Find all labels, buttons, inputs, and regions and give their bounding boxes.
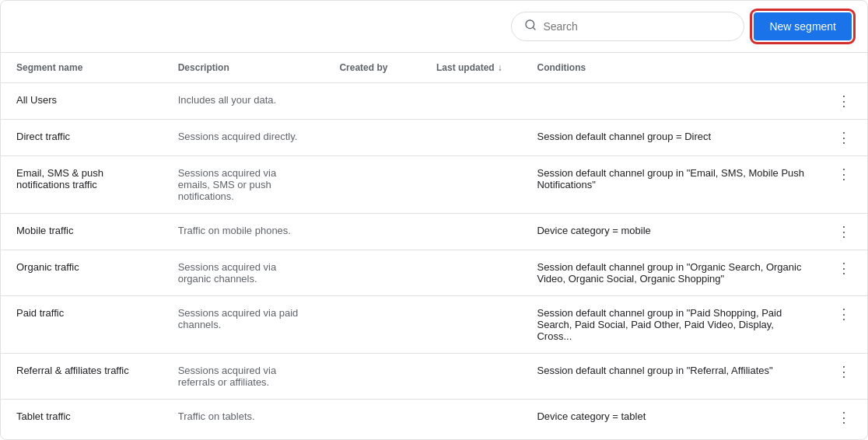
cell-last-updated bbox=[421, 296, 521, 354]
col-header-last-updated[interactable]: Last updated ↓ bbox=[421, 53, 521, 83]
search-box[interactable] bbox=[511, 12, 744, 41]
table-row: Paid traffic Sessions acquired via paid … bbox=[1, 296, 867, 354]
segments-table: Segment name Description Created by Last… bbox=[1, 53, 867, 435]
cell-conditions: Session default channel group in "Email,… bbox=[521, 156, 820, 214]
cell-segment-name: Direct traffic bbox=[1, 120, 163, 156]
cell-last-updated bbox=[421, 83, 521, 120]
table-row: Referral & affiliates traffic Sessions a… bbox=[1, 354, 867, 400]
cell-actions: ⋮ bbox=[821, 156, 867, 214]
cell-conditions: Session default channel group = Direct bbox=[521, 120, 820, 156]
cell-created-by bbox=[324, 83, 421, 120]
col-header-conditions: Conditions bbox=[521, 53, 820, 83]
cell-created-by bbox=[324, 296, 421, 354]
cell-description: Includes all your data. bbox=[163, 83, 324, 120]
table-body: All Users Includes all your data. ⋮ Dire… bbox=[1, 83, 867, 436]
segments-page: New segment Segment name Description Cre… bbox=[0, 0, 868, 440]
table-header: Segment name Description Created by Last… bbox=[1, 53, 867, 83]
table-row: Direct traffic Sessions acquired directl… bbox=[1, 120, 867, 156]
cell-last-updated bbox=[421, 120, 521, 156]
cell-segment-name: Email, SMS & push notifications traffic bbox=[1, 156, 163, 214]
more-options-icon[interactable]: ⋮ bbox=[837, 130, 851, 145]
new-segment-button[interactable]: New segment bbox=[754, 12, 852, 40]
last-updated-label: Last updated bbox=[436, 62, 495, 73]
cell-actions: ⋮ bbox=[821, 250, 867, 296]
cell-segment-name: All Users bbox=[1, 83, 163, 120]
cell-actions: ⋮ bbox=[821, 354, 867, 400]
cell-last-updated bbox=[421, 250, 521, 296]
cell-created-by bbox=[324, 120, 421, 156]
cell-conditions: Session default channel group in "Organi… bbox=[521, 250, 820, 296]
cell-actions: ⋮ bbox=[821, 296, 867, 354]
cell-conditions: Session default channel group in "Paid S… bbox=[521, 296, 820, 354]
cell-description: Traffic on tablets. bbox=[163, 400, 324, 436]
col-header-segment-name: Segment name bbox=[1, 53, 163, 83]
cell-segment-name: Mobile traffic bbox=[1, 214, 163, 250]
cell-last-updated bbox=[421, 214, 521, 250]
toolbar: New segment bbox=[1, 1, 867, 53]
cell-segment-name: Paid traffic bbox=[1, 296, 163, 354]
cell-description: Sessions acquired via organic channels. bbox=[163, 250, 324, 296]
cell-conditions: Device category = tablet bbox=[521, 400, 820, 436]
cell-created-by bbox=[324, 156, 421, 214]
more-options-icon[interactable]: ⋮ bbox=[837, 224, 851, 239]
cell-actions: ⋮ bbox=[821, 214, 867, 250]
cell-last-updated bbox=[421, 156, 521, 214]
cell-description: Sessions acquired via emails, SMS or pus… bbox=[163, 156, 324, 214]
cell-description: Traffic on mobile phones. bbox=[163, 214, 324, 250]
more-options-icon[interactable]: ⋮ bbox=[837, 260, 851, 276]
cell-actions: ⋮ bbox=[821, 400, 867, 436]
search-input[interactable] bbox=[543, 20, 731, 33]
cell-conditions bbox=[521, 83, 820, 120]
table-row: Email, SMS & push notifications traffic … bbox=[1, 156, 867, 214]
cell-actions: ⋮ bbox=[821, 120, 867, 156]
table-row: All Users Includes all your data. ⋮ bbox=[1, 83, 867, 120]
cell-segment-name: Organic traffic bbox=[1, 250, 163, 296]
cell-created-by bbox=[324, 354, 421, 400]
more-options-icon[interactable]: ⋮ bbox=[837, 306, 851, 322]
cell-created-by bbox=[324, 214, 421, 250]
cell-description: Sessions acquired directly. bbox=[163, 120, 324, 156]
more-options-icon[interactable]: ⋮ bbox=[837, 166, 851, 182]
cell-segment-name: Tablet traffic bbox=[1, 400, 163, 436]
cell-last-updated bbox=[421, 354, 521, 400]
more-options-icon[interactable]: ⋮ bbox=[837, 93, 851, 109]
table-row: Mobile traffic Traffic on mobile phones.… bbox=[1, 214, 867, 250]
cell-conditions: Session default channel group in "Referr… bbox=[521, 354, 820, 400]
col-header-created-by: Created by bbox=[324, 53, 421, 83]
cell-actions: ⋮ bbox=[821, 83, 867, 120]
search-icon bbox=[524, 19, 537, 34]
svg-line-1 bbox=[534, 27, 536, 30]
cell-conditions: Device category = mobile bbox=[521, 214, 820, 250]
cell-segment-name: Referral & affiliates traffic bbox=[1, 354, 163, 400]
cell-description: Sessions acquired via paid channels. bbox=[163, 296, 324, 354]
more-options-icon[interactable]: ⋮ bbox=[837, 364, 851, 379]
table-row: Tablet traffic Traffic on tablets. Devic… bbox=[1, 400, 867, 436]
cell-created-by bbox=[324, 400, 421, 436]
cell-description: Sessions acquired via referrals or affil… bbox=[163, 354, 324, 400]
sort-arrow-icon[interactable]: ↓ bbox=[498, 62, 502, 73]
cell-created-by bbox=[324, 250, 421, 296]
col-header-actions bbox=[821, 53, 867, 83]
col-header-description: Description bbox=[163, 53, 324, 83]
more-options-icon[interactable]: ⋮ bbox=[837, 410, 851, 425]
cell-last-updated bbox=[421, 400, 521, 436]
table-row: Organic traffic Sessions acquired via or… bbox=[1, 250, 867, 296]
